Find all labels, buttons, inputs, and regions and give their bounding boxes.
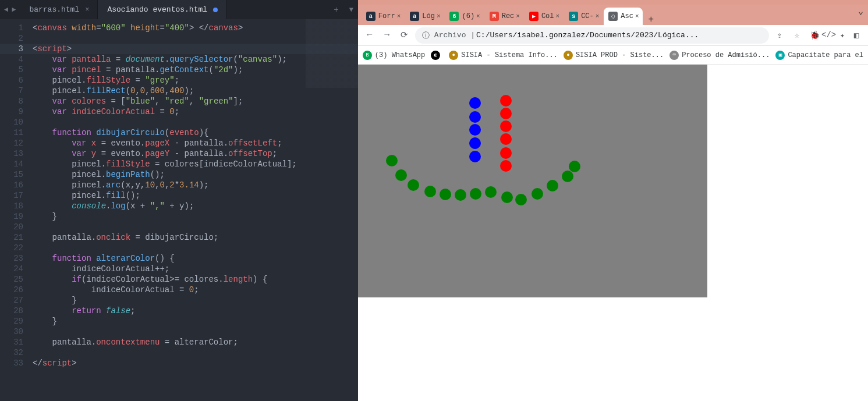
code-editor[interactable]: 1234567891011121314151617181920212223242… [0,19,358,401]
extension-icon[interactable]: ◧ [849,30,863,40]
bookmark-item[interactable]: B(3) WhatsApp [363,51,425,60]
line-number: 5 [0,65,23,75]
browser-tab[interactable]: MRec× [485,8,523,25]
bookmark-icon: ◐ [431,51,440,60]
tab-label: Asc [621,12,633,20]
extension-icon[interactable]: 🐞 [807,30,821,40]
site-info-icon[interactable]: ⓘ [422,30,430,41]
canvas-circle [469,137,481,149]
line-number: 23 [0,253,23,264]
tab-nav-forward-icon[interactable]: ► [10,6,17,14]
close-tab-icon[interactable]: × [476,13,480,20]
favicon-icon: M [490,12,499,21]
canvas-circle [500,133,512,145]
close-tab-icon[interactable]: × [85,6,89,14]
canvas-circle [547,180,558,191]
tab-label: Asociando eventos.html [107,5,207,14]
canvas-circle [500,95,512,107]
editor-tab[interactable]: barras.html× [20,0,98,19]
reload-icon[interactable]: ⟳ [398,30,412,41]
url-text: C:/Users/isabel.gonzalez/Documents/2023/… [476,31,699,40]
back-icon[interactable]: ← [363,30,377,40]
line-number: 25 [0,274,23,285]
line-number: 7 [0,86,23,96]
favicon-icon: ▶ [529,12,538,21]
line-number: 10 [0,117,23,127]
browser-tab[interactable]: 6(6)× [445,8,483,25]
tab-label: CC- [581,12,594,20]
tab-nav-back-icon[interactable]: ◄ [2,6,10,14]
close-tab-icon[interactable]: × [437,13,441,20]
browser-tab[interactable]: sCC-× [564,8,603,25]
line-number: 27 [0,295,23,306]
canvas-circle [408,179,419,191]
share-icon[interactable]: ⇪ [773,30,786,40]
line-number: 30 [0,327,23,337]
url-field[interactable]: ⓘ Archivo | C:/Users/isabel.gonzalez/Doc… [415,27,769,44]
browser-tab[interactable]: aForr× [362,8,404,25]
tab-label: Lóg [422,12,435,20]
line-number: 20 [0,222,23,232]
tab-label: Col [541,12,554,20]
line-number: 19 [0,211,23,222]
browser-tab[interactable]: ▶Col× [525,8,563,25]
close-tab-icon[interactable]: × [635,13,639,20]
favicon-icon: 6 [449,12,459,21]
line-number: 17 [0,190,23,201]
extension-icon[interactable]: </> [821,30,835,40]
bookmark-item[interactable]: ▣Capacítate para el [775,51,863,60]
line-number: 6 [0,75,23,86]
editor-tab[interactable]: Asociando eventos.html [98,0,226,19]
canvas-circle [469,111,481,123]
tab-menu-icon[interactable]: ▼ [345,6,358,14]
favicon-icon: s [569,12,578,21]
editor-pane: ◄ ► barras.html×Asociando eventos.html +… [0,0,358,401]
new-browser-tab-icon[interactable]: + [644,15,659,25]
browser-tab-strip: aForr×aLóg×6(6)×MRec×▶Col×sCC-×◌Asc× + ⌄ [358,5,868,25]
close-tab-icon[interactable]: × [397,13,401,20]
new-tab-icon[interactable]: + [328,5,344,15]
line-number: 22 [0,243,23,253]
page-viewport [358,65,868,401]
bookmark-item[interactable]: ⌨Proceso de Admisió... [669,51,770,60]
modified-indicator-icon [213,8,218,12]
line-number: 33 [0,358,23,368]
extension-icon[interactable]: ✦ [835,30,849,40]
line-number: 28 [0,306,23,316]
favicon-icon: ◌ [608,12,618,21]
window-dropdown-icon[interactable]: ⌄ [858,6,863,17]
bookmark-star-icon[interactable]: ☆ [790,30,804,40]
forward-icon[interactable]: → [380,30,394,40]
line-number: 1 [0,23,23,33]
minimap[interactable] [306,19,358,401]
canvas-area[interactable] [358,65,707,297]
bookmark-item[interactable]: ●SISIA PROD - Siste... [564,51,664,60]
close-tab-icon[interactable]: × [516,13,520,20]
line-number: 24 [0,264,23,274]
canvas-circle [500,120,512,132]
line-number: 18 [0,201,23,211]
bookmark-icon: ▣ [775,51,785,60]
canvas-circle [500,147,512,159]
bookmark-label: (3) WhatsApp [375,51,425,59]
close-tab-icon[interactable]: × [596,13,600,20]
close-tab-icon[interactable]: × [556,13,560,20]
line-number: 26 [0,285,23,295]
line-number: 29 [0,316,23,327]
canvas-circle [469,97,481,109]
line-number: 2 [0,33,23,44]
bookmarks-bar: B(3) WhatsApp◐●SISIA - Sistema Info...●S… [358,46,868,65]
bookmark-item[interactable]: ●SISIA - Sistema Info... [449,51,558,60]
browser-tab[interactable]: ◌Asc× [604,8,642,25]
canvas-circle [469,151,481,162]
canvas-circle [440,189,451,200]
browser-tab[interactable]: aLóg× [405,8,444,25]
line-number: 14 [0,159,23,169]
bookmark-label: Proceso de Admisió... [682,51,770,59]
canvas-circle [515,194,527,205]
bookmark-icon: B [363,51,372,60]
canvas-circle [532,188,543,200]
address-bar: ← → ⟳ ⓘ Archivo | C:/Users/isabel.gonzal… [358,25,868,46]
line-number: 21 [0,232,23,243]
bookmark-item[interactable]: ◐ [431,51,443,60]
